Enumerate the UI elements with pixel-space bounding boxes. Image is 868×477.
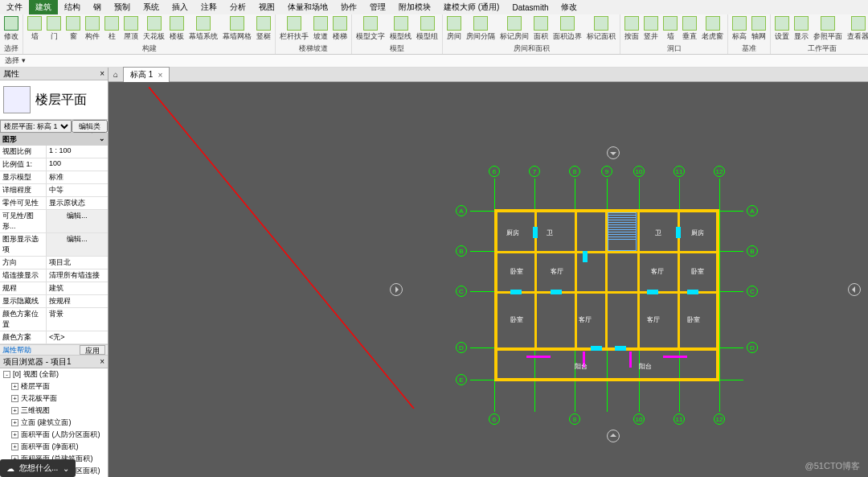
ribbon-button-修改[interactable]: 修改 — [2, 15, 21, 43]
wall[interactable] — [496, 291, 718, 294]
fixture[interactable] — [629, 352, 632, 368]
ribbon-button-设置[interactable]: 设置 — [772, 15, 792, 43]
menu-manage[interactable]: 管理 — [363, 0, 392, 14]
ribbon-button-查看器[interactable]: 查看器 — [845, 15, 868, 43]
type-selector[interactable]: 楼层平面 — [0, 80, 108, 119]
wall[interactable] — [494, 347, 719, 351]
grid-bubble[interactable]: 6 — [489, 166, 500, 177]
grid-bubble[interactable]: C — [747, 286, 758, 297]
room-tag[interactable]: 客厅 — [551, 267, 563, 276]
ribbon-button-面积[interactable]: 面积 — [531, 15, 551, 43]
grid-bubble[interactable]: 8 — [569, 413, 580, 425]
wall[interactable] — [575, 211, 577, 347]
grid-bubble[interactable]: 11 — [674, 166, 685, 177]
grid-bubble[interactable]: 12 — [714, 413, 725, 425]
menu-steel[interactable]: 钢 — [87, 0, 108, 14]
room-tag[interactable]: 卧室 — [510, 315, 523, 324]
tree-node[interactable]: +面积平面 (人防分区面积) — [0, 429, 108, 441]
elevation-marker-south[interactable] — [607, 430, 620, 442]
grid-bubble[interactable]: B — [747, 245, 758, 257]
menu-massing[interactable]: 体量和场地 — [281, 0, 334, 14]
expand-toggle[interactable]: - — [3, 371, 10, 378]
property-row[interactable]: 图形显示选项编辑... — [0, 233, 108, 257]
edit-type-button[interactable]: 编辑类型 — [72, 120, 108, 133]
room-tag[interactable]: 客厅 — [651, 267, 664, 276]
instance-selector[interactable]: 楼层平面: 标高 1 — [0, 120, 72, 133]
ribbon-button-垂直[interactable]: 垂直 — [680, 15, 699, 43]
room-tag[interactable]: 阳台 — [575, 362, 588, 371]
close-icon[interactable]: × — [100, 357, 104, 366]
door[interactable] — [533, 227, 538, 238]
room-tag[interactable]: 卧室 — [691, 267, 704, 276]
property-row[interactable]: 规程建筑 — [0, 282, 108, 295]
property-value[interactable]: 标准 — [47, 171, 108, 183]
ribbon-button-楼板[interactable]: 楼板 — [167, 15, 186, 43]
options-bar[interactable]: 选择 ▾ — [0, 55, 868, 68]
door[interactable] — [510, 290, 522, 294]
ribbon-button-墙[interactable]: 墙 — [25, 15, 44, 43]
grid-bubble[interactable]: E — [456, 374, 467, 385]
property-row[interactable]: 零件可见性显示原状态 — [0, 197, 108, 210]
elevation-marker-east[interactable] — [848, 283, 861, 296]
ribbon-button-标高[interactable]: 标高 — [730, 15, 749, 43]
grid-bubble[interactable]: 6 — [489, 413, 500, 425]
menu-analyze[interactable]: 分析 — [223, 0, 252, 14]
ribbon-button-标记面积[interactable]: 标记面积 — [584, 15, 618, 43]
property-value[interactable]: 编辑... — [47, 210, 108, 232]
home-view-button[interactable]: ⌂ — [108, 70, 123, 79]
menu-collab[interactable]: 协作 — [334, 0, 363, 14]
property-value[interactable]: 按规程 — [47, 295, 108, 307]
grid-bubble[interactable]: A — [747, 205, 758, 216]
prop-group-graphics[interactable]: 图形⌄ — [0, 134, 108, 146]
room-tag[interactable]: 阳台 — [639, 362, 652, 371]
menu-file[interactable]: 文件 — [0, 0, 29, 14]
property-value[interactable]: 显示原状态 — [47, 197, 108, 209]
ribbon-button-幕墙网格[interactable]: 幕墙网格 — [220, 15, 254, 43]
ribbon-button-面积边界[interactable]: 面积边界 — [551, 15, 584, 43]
ribbon-button-屋顶[interactable]: 屋顶 — [121, 15, 141, 43]
door[interactable] — [591, 346, 602, 351]
ribbon-button-参照平面[interactable]: 参照平面 — [811, 15, 845, 43]
grid-bubble[interactable]: D — [747, 342, 758, 353]
fixture[interactable] — [526, 356, 551, 358]
tree-node[interactable]: +立面 (建筑立面) — [0, 417, 108, 429]
floor-plan[interactable]: 6 7 8 9 10 11 12 6 8 10 11 12 A B C D E — [478, 187, 735, 396]
tree-node[interactable]: +三维视图 — [0, 405, 108, 417]
menu-annotate[interactable]: 注释 — [194, 0, 223, 14]
menu-precast[interactable]: 预制 — [108, 0, 137, 14]
ribbon-button-门[interactable]: 门 — [44, 15, 63, 43]
ribbon-button-显示[interactable]: 显示 — [792, 15, 811, 43]
property-row[interactable]: 颜色方案位置背景 — [0, 308, 108, 331]
room-tag[interactable]: 客厅 — [647, 315, 660, 324]
door[interactable] — [583, 251, 588, 262]
wall[interactable] — [637, 211, 640, 347]
properties-help-link[interactable]: 属性帮助 — [2, 345, 31, 355]
ribbon-button-坡道[interactable]: 坡道 — [311, 15, 330, 43]
status-hint-button[interactable]: ☁ 您想什么... ⌄ — [0, 459, 76, 477]
door[interactable] — [676, 227, 681, 238]
property-row[interactable]: 视图比例1 : 100 — [0, 146, 108, 158]
property-value[interactable]: 中等 — [47, 184, 108, 196]
ribbon-button-构件[interactable]: 构件 — [83, 15, 102, 43]
expand-toggle[interactable]: + — [11, 443, 18, 450]
room-tag[interactable]: 卧室 — [687, 315, 700, 324]
ribbon-button-模型组[interactable]: 模型组 — [414, 15, 440, 43]
property-value[interactable]: 100 — [47, 158, 108, 171]
room-tag[interactable]: 厨房 — [506, 228, 519, 237]
ribbon-button-房间分隔[interactable]: 房间分隔 — [464, 15, 497, 43]
grid-bubble[interactable]: C — [456, 286, 467, 297]
grid-bubble[interactable]: 11 — [674, 413, 685, 425]
view-tab-active[interactable]: 标高 1 × — [123, 67, 170, 82]
close-tab-icon[interactable]: × — [158, 71, 162, 80]
tree-node[interactable]: -[0] 视图 (全部) — [0, 368, 108, 380]
grid-bubble[interactable]: 12 — [714, 166, 725, 177]
tree-node[interactable]: +面积平面 (净面积) — [0, 441, 108, 453]
ribbon-button-模型线[interactable]: 模型线 — [387, 15, 414, 43]
ribbon-button-老虎窗[interactable]: 老虎窗 — [699, 15, 726, 43]
elevation-marker-north[interactable] — [607, 146, 620, 159]
room-tag[interactable]: 客厅 — [579, 315, 592, 324]
property-row[interactable]: 颜色方案<无> — [0, 331, 108, 344]
property-row[interactable]: 显示模型标准 — [0, 171, 108, 184]
grid-bubble[interactable]: 7 — [529, 166, 540, 177]
door[interactable] — [687, 290, 698, 294]
